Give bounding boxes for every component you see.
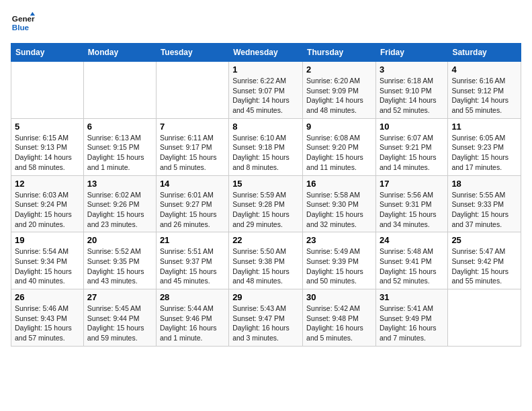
- day-number: 22: [232, 235, 299, 245]
- day-number: 13: [87, 179, 152, 189]
- day-info: Sunrise: 6:15 AMSunset: 9:13 PMDaylight:…: [15, 133, 80, 173]
- day-number: 6: [87, 122, 152, 132]
- weekday-header-row: SundayMondayTuesdayWednesdayThursdayFrid…: [11, 44, 521, 62]
- calendar-cell: 13Sunrise: 6:02 AMSunset: 9:26 PMDayligh…: [83, 175, 156, 232]
- calendar-cell: 21Sunrise: 5:51 AMSunset: 9:37 PMDayligh…: [156, 232, 228, 289]
- day-number: 31: [380, 292, 444, 302]
- day-info: Sunrise: 6:08 AMSunset: 9:20 PMDaylight:…: [306, 133, 372, 173]
- day-number: 3: [380, 64, 444, 75]
- calendar-cell: 3Sunrise: 6:18 AMSunset: 9:10 PMDaylight…: [375, 62, 447, 119]
- weekday-thursday: Thursday: [303, 44, 376, 62]
- calendar-cell: 28Sunrise: 5:44 AMSunset: 9:46 PMDayligh…: [156, 289, 228, 347]
- day-info: Sunrise: 5:49 AMSunset: 9:39 PMDaylight:…: [306, 246, 372, 286]
- week-row-1: 1Sunrise: 6:22 AMSunset: 9:07 PMDaylight…: [11, 62, 521, 119]
- day-info: Sunrise: 6:02 AMSunset: 9:26 PMDaylight:…: [87, 190, 152, 230]
- weekday-saturday: Saturday: [448, 44, 521, 62]
- day-number: 1: [232, 64, 299, 75]
- svg-text:Blue: Blue: [12, 23, 30, 32]
- calendar-cell: 25Sunrise: 5:47 AMSunset: 9:42 PMDayligh…: [448, 232, 521, 289]
- day-info: Sunrise: 5:58 AMSunset: 9:30 PMDaylight:…: [306, 190, 372, 230]
- day-info: Sunrise: 6:10 AMSunset: 9:18 PMDaylight:…: [232, 133, 299, 173]
- calendar-cell: 1Sunrise: 6:22 AMSunset: 9:07 PMDaylight…: [229, 62, 303, 119]
- day-number: 11: [451, 122, 517, 132]
- calendar-body: 1Sunrise: 6:22 AMSunset: 9:07 PMDaylight…: [11, 62, 521, 347]
- calendar-cell: [83, 62, 156, 119]
- day-number: 16: [306, 179, 372, 189]
- day-info: Sunrise: 6:20 AMSunset: 9:09 PMDaylight:…: [306, 76, 372, 116]
- day-number: 23: [306, 235, 372, 245]
- day-number: 14: [160, 179, 225, 189]
- day-info: Sunrise: 5:44 AMSunset: 9:46 PMDaylight:…: [160, 304, 225, 343]
- calendar-cell: 10Sunrise: 6:07 AMSunset: 9:21 PMDayligh…: [375, 118, 447, 175]
- day-number: 21: [160, 235, 225, 245]
- day-number: 17: [380, 179, 444, 189]
- day-number: 30: [306, 292, 372, 302]
- calendar-cell: 2Sunrise: 6:20 AMSunset: 9:09 PMDaylight…: [303, 62, 376, 119]
- day-number: 18: [451, 179, 517, 189]
- day-info: Sunrise: 5:56 AMSunset: 9:31 PMDaylight:…: [380, 190, 444, 230]
- week-row-5: 26Sunrise: 5:46 AMSunset: 9:43 PMDayligh…: [11, 289, 521, 347]
- calendar-cell: 30Sunrise: 5:42 AMSunset: 9:48 PMDayligh…: [303, 289, 376, 347]
- day-number: 4: [451, 64, 517, 75]
- calendar-cell: 8Sunrise: 6:10 AMSunset: 9:18 PMDaylight…: [229, 118, 303, 175]
- calendar-cell: [156, 62, 228, 119]
- calendar-cell: [11, 62, 84, 119]
- week-row-2: 5Sunrise: 6:15 AMSunset: 9:13 PMDaylight…: [11, 118, 521, 175]
- day-number: 29: [232, 292, 299, 302]
- day-number: 24: [380, 235, 444, 245]
- weekday-sunday: Sunday: [11, 44, 84, 62]
- week-row-4: 19Sunrise: 5:54 AMSunset: 9:34 PMDayligh…: [11, 232, 521, 289]
- calendar-cell: 26Sunrise: 5:46 AMSunset: 9:43 PMDayligh…: [11, 289, 84, 347]
- day-info: Sunrise: 6:13 AMSunset: 9:15 PMDaylight:…: [87, 133, 152, 173]
- weekday-tuesday: Tuesday: [156, 44, 228, 62]
- day-number: 20: [87, 235, 152, 245]
- weekday-friday: Friday: [375, 44, 447, 62]
- day-info: Sunrise: 5:45 AMSunset: 9:44 PMDaylight:…: [87, 304, 152, 343]
- day-info: Sunrise: 5:50 AMSunset: 9:38 PMDaylight:…: [232, 246, 299, 286]
- day-info: Sunrise: 5:55 AMSunset: 9:33 PMDaylight:…: [451, 190, 517, 230]
- day-info: Sunrise: 6:16 AMSunset: 9:12 PMDaylight:…: [451, 76, 517, 116]
- day-number: 27: [87, 292, 152, 302]
- calendar-cell: 7Sunrise: 6:11 AMSunset: 9:17 PMDaylight…: [156, 118, 228, 175]
- day-info: Sunrise: 6:07 AMSunset: 9:21 PMDaylight:…: [380, 133, 444, 173]
- day-number: 28: [160, 292, 225, 302]
- calendar-cell: 12Sunrise: 6:03 AMSunset: 9:24 PMDayligh…: [11, 175, 84, 232]
- day-number: 10: [380, 122, 444, 132]
- day-info: Sunrise: 5:48 AMSunset: 9:41 PMDaylight:…: [380, 246, 444, 286]
- calendar-cell: 16Sunrise: 5:58 AMSunset: 9:30 PMDayligh…: [303, 175, 376, 232]
- calendar-cell: 17Sunrise: 5:56 AMSunset: 9:31 PMDayligh…: [375, 175, 447, 232]
- day-info: Sunrise: 5:41 AMSunset: 9:49 PMDaylight:…: [380, 304, 444, 343]
- day-info: Sunrise: 6:03 AMSunset: 9:24 PMDaylight:…: [15, 190, 80, 230]
- weekday-wednesday: Wednesday: [229, 44, 303, 62]
- day-info: Sunrise: 6:11 AMSunset: 9:17 PMDaylight:…: [160, 133, 225, 173]
- day-info: Sunrise: 6:22 AMSunset: 9:07 PMDaylight:…: [232, 76, 299, 116]
- calendar-cell: 14Sunrise: 6:01 AMSunset: 9:27 PMDayligh…: [156, 175, 228, 232]
- day-number: 5: [15, 122, 80, 132]
- day-info: Sunrise: 6:18 AMSunset: 9:10 PMDaylight:…: [380, 76, 444, 116]
- calendar-table: SundayMondayTuesdayWednesdayThursdayFrid…: [11, 43, 521, 347]
- day-info: Sunrise: 5:47 AMSunset: 9:42 PMDaylight:…: [451, 246, 517, 286]
- day-number: 8: [232, 122, 299, 132]
- calendar-cell: 27Sunrise: 5:45 AMSunset: 9:44 PMDayligh…: [83, 289, 156, 347]
- day-number: 2: [306, 64, 372, 75]
- day-number: 25: [451, 235, 517, 245]
- calendar-cell: 5Sunrise: 6:15 AMSunset: 9:13 PMDaylight…: [11, 118, 84, 175]
- week-row-3: 12Sunrise: 6:03 AMSunset: 9:24 PMDayligh…: [11, 175, 521, 232]
- calendar-cell: 19Sunrise: 5:54 AMSunset: 9:34 PMDayligh…: [11, 232, 84, 289]
- day-number: 7: [160, 122, 225, 132]
- day-info: Sunrise: 5:52 AMSunset: 9:35 PMDaylight:…: [87, 246, 152, 286]
- weekday-monday: Monday: [83, 44, 156, 62]
- day-number: 26: [15, 292, 80, 302]
- calendar-cell: 29Sunrise: 5:43 AMSunset: 9:47 PMDayligh…: [229, 289, 303, 347]
- day-info: Sunrise: 5:43 AMSunset: 9:47 PMDaylight:…: [232, 304, 299, 343]
- calendar-cell: 15Sunrise: 5:59 AMSunset: 9:28 PMDayligh…: [229, 175, 303, 232]
- day-info: Sunrise: 5:51 AMSunset: 9:37 PMDaylight:…: [160, 246, 225, 286]
- logo: General Blue: [11, 11, 38, 35]
- page-header: General Blue: [11, 11, 521, 35]
- calendar-cell: 24Sunrise: 5:48 AMSunset: 9:41 PMDayligh…: [375, 232, 447, 289]
- calendar-cell: 18Sunrise: 5:55 AMSunset: 9:33 PMDayligh…: [448, 175, 521, 232]
- calendar-cell: 11Sunrise: 6:05 AMSunset: 9:23 PMDayligh…: [448, 118, 521, 175]
- calendar-cell: [448, 289, 521, 347]
- day-info: Sunrise: 6:01 AMSunset: 9:27 PMDaylight:…: [160, 190, 225, 230]
- day-number: 12: [15, 179, 80, 189]
